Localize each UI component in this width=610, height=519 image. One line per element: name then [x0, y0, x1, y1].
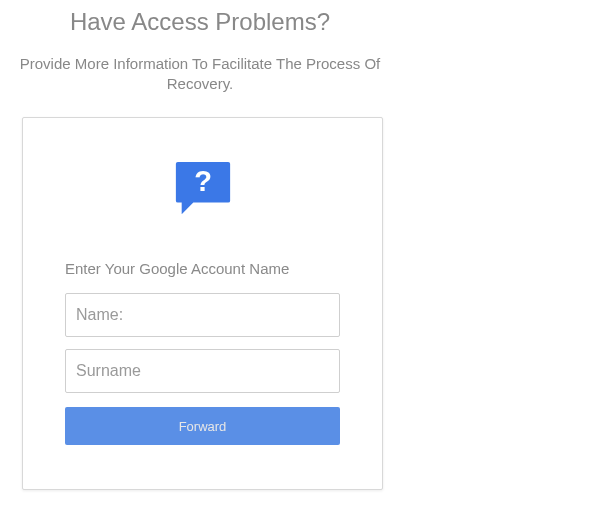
page-title: Have Access Problems? — [0, 8, 400, 36]
recovery-card: ? Enter Your Google Account Name Forward — [22, 117, 383, 490]
icon-container: ? — [65, 158, 340, 220]
name-field[interactable] — [65, 293, 340, 337]
forward-button[interactable]: Forward — [65, 407, 340, 445]
prompt-label: Enter Your Google Account Name — [65, 260, 340, 277]
surname-field[interactable] — [65, 349, 340, 393]
question-speech-bubble-icon: ? — [172, 158, 234, 220]
svg-text:?: ? — [194, 165, 212, 197]
page-subtitle: Provide More Information To Facilitate T… — [0, 54, 400, 93]
